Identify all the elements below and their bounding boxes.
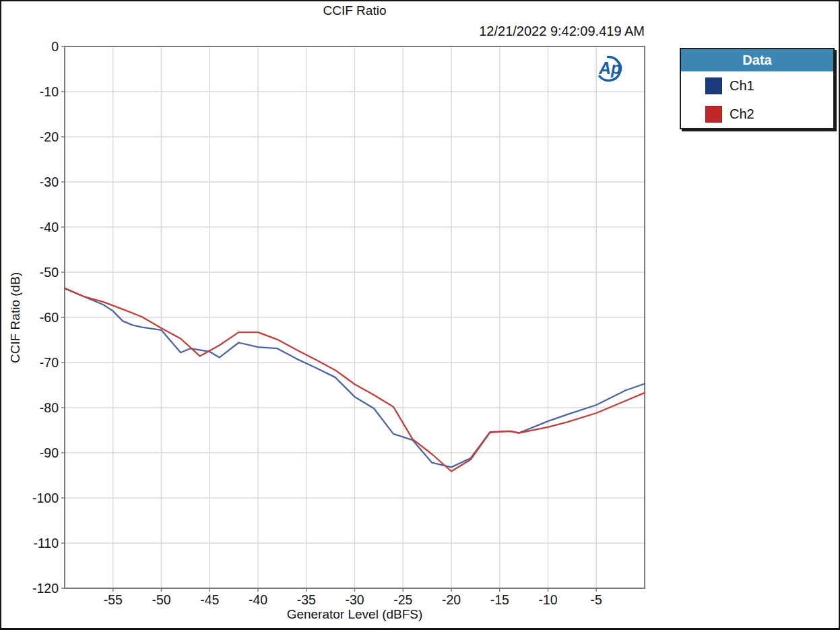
y-tick-label: -90 — [40, 445, 59, 460]
y-tick-label: -10 — [40, 84, 59, 99]
y-tick-label: -70 — [40, 355, 59, 370]
y-tick-label: -50 — [40, 265, 59, 280]
y-tick-label: -120 — [32, 581, 59, 596]
x-tick-label: -15 — [490, 592, 509, 607]
y-tick-label: -20 — [40, 129, 59, 144]
x-tick-label: -45 — [200, 592, 219, 607]
y-tick-label: -80 — [40, 400, 59, 415]
ch1-label: Ch1 — [730, 78, 754, 94]
y-tick-label: 0 — [51, 39, 59, 54]
x-tick-label: -50 — [152, 592, 170, 607]
ch2-label: Ch2 — [730, 106, 754, 122]
ch1-color-swatch — [705, 77, 722, 94]
x-tick-label: -10 — [538, 592, 557, 607]
x-tick-label: -30 — [345, 592, 364, 607]
y-tick-label: -30 — [40, 175, 59, 189]
y-tick-label: -110 — [33, 536, 59, 550]
legend-header: Data — [681, 49, 833, 71]
x-tick-label: -55 — [104, 592, 123, 607]
ap-logo-icon: Ap — [593, 54, 629, 85]
x-axis-label: Generator Level (dBFS) — [65, 607, 645, 622]
ap-measurement-chart-window: CCIF Ratio 12/21/2022 9:42:09.419 AM -55… — [0, 0, 840, 630]
y-tick-label: -40 — [40, 220, 59, 234]
y-tick-label: -60 — [40, 310, 59, 325]
x-tick-label: -5 — [591, 592, 602, 607]
legend-row-ch2[interactable]: Ch2 — [681, 100, 833, 128]
x-tick-label: -35 — [297, 592, 316, 607]
ch2-color-swatch — [705, 106, 722, 123]
x-tick-label: -20 — [442, 592, 461, 607]
y-axis-label: CCIF Ratio (dB) — [5, 46, 26, 588]
x-tick-label: -40 — [249, 592, 267, 607]
legend-row-ch1[interactable]: Ch1 — [681, 71, 833, 100]
ap-logo-text: Ap — [598, 59, 621, 77]
y-tick-label: -100 — [32, 491, 59, 505]
x-tick-label: -25 — [393, 592, 412, 607]
legend-panel: Data Ch1 Ch2 — [680, 48, 835, 129]
